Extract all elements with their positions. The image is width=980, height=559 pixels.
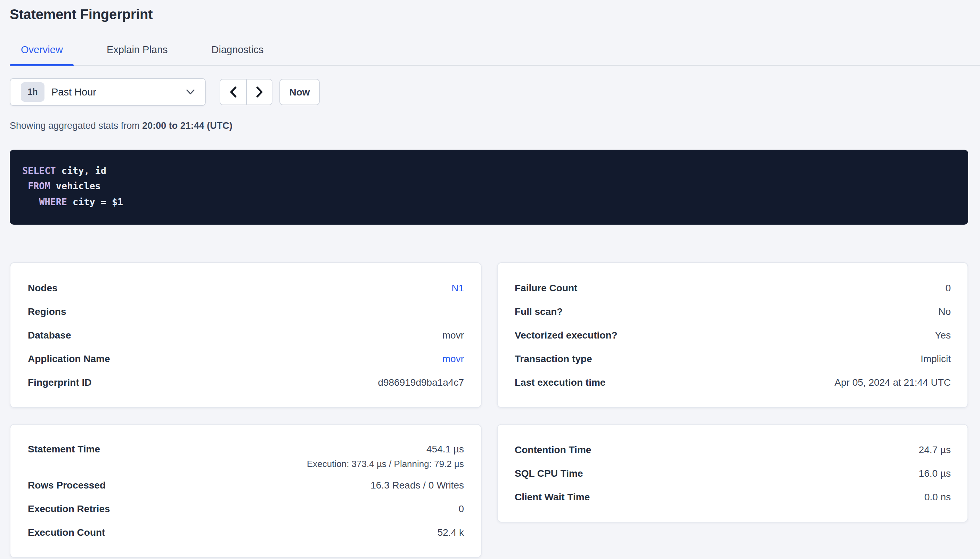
sql-text: city = $1 — [67, 197, 123, 207]
row-statement-time-subvalue: Execution: 373.4 µs / Planning: 79.2 µs — [307, 459, 464, 469]
row-execution-count: Execution Count 52.4 k — [28, 521, 464, 544]
stats-card-right: Contention Time 24.7 µs SQL CPU Time 16.… — [497, 424, 968, 523]
page-title: Statement Fingerprint — [10, 6, 968, 23]
row-full-scan-label: Full scan? — [515, 306, 563, 318]
row-vectorized-execution-label: Vectorized execution? — [515, 329, 617, 341]
row-vectorized-execution-value: Yes — [935, 329, 951, 341]
row-failure-count: Failure Count 0 — [515, 276, 951, 299]
row-fingerprint-id: Fingerprint ID d986919d9ba1a4c7 — [28, 370, 464, 394]
row-transaction-type-label: Transaction type — [515, 353, 592, 365]
overview-card-left: Nodes N1 Regions Database movr Applicati… — [10, 262, 481, 408]
row-contention-time-label: Contention Time — [515, 444, 591, 456]
row-full-scan: Full scan? No — [515, 299, 951, 323]
row-database: Database movr — [28, 323, 464, 347]
row-last-execution-time-value: Apr 05, 2024 at 21:44 UTC — [834, 376, 951, 388]
statement-fingerprint-page: Statement Fingerprint Overview Explain P… — [0, 6, 980, 559]
tab-explain-plans[interactable]: Explain Plans — [96, 44, 179, 65]
row-contention-time: Contention Time 24.7 µs — [515, 438, 951, 461]
chevron-down-icon — [186, 89, 195, 95]
row-execution-count-label: Execution Count — [28, 526, 105, 538]
row-last-execution-time: Last execution time Apr 05, 2024 at 21:4… — [515, 370, 951, 394]
nodes-link[interactable]: N1 — [451, 282, 464, 294]
time-range-select[interactable]: 1h Past Hour — [10, 78, 206, 106]
row-regions: Regions — [28, 299, 464, 323]
row-rows-processed-label: Rows Processed — [28, 479, 106, 491]
sql-indent — [22, 181, 28, 192]
row-client-wait-time: Client Wait Time 0.0 ns — [515, 485, 951, 509]
row-sql-cpu-time-value: 16.0 µs — [919, 467, 951, 479]
row-transaction-type-value: Implicit — [920, 353, 951, 365]
row-fingerprint-id-value: d986919d9ba1a4c7 — [378, 376, 464, 388]
row-execution-retries: Execution Retries 0 — [28, 497, 464, 521]
row-contention-time-value: 24.7 µs — [919, 444, 951, 456]
sql-line: SELECT city, id — [22, 164, 954, 179]
row-execution-retries-label: Execution Retries — [28, 503, 110, 514]
time-pager — [220, 79, 272, 105]
sql-statement-box: SELECT city, id FROM vehicles WHERE city… — [10, 150, 968, 225]
row-statement-time-value: 454.1 µs — [426, 443, 464, 455]
row-last-execution-time-label: Last execution time — [515, 376, 605, 388]
tab-overview-label: Overview — [21, 44, 63, 55]
time-range-value: Past Hour — [51, 86, 186, 98]
time-range-badge: 1h — [21, 82, 45, 102]
row-failure-count-value: 0 — [945, 282, 951, 294]
row-application-name: Application Name movr — [28, 347, 464, 370]
row-sql-cpu-time-label: SQL CPU Time — [515, 467, 583, 479]
aggregated-stats-range: 20:00 to 21:44 (UTC) — [142, 121, 232, 131]
aggregated-stats-text: Showing aggregated stats from 20:00 to 2… — [10, 121, 968, 132]
chevron-right-icon — [255, 86, 263, 98]
row-vectorized-execution: Vectorized execution? Yes — [515, 323, 951, 347]
statement-time-values: 454.1 µs Execution: 373.4 µs / Planning:… — [307, 443, 464, 469]
row-execution-count-value: 52.4 k — [438, 526, 464, 538]
row-transaction-type: Transaction type Implicit — [515, 347, 951, 370]
row-sql-cpu-time: SQL CPU Time 16.0 µs — [515, 461, 951, 485]
sql-line: WHERE city = $1 — [22, 195, 954, 210]
row-client-wait-time-label: Client Wait Time — [515, 491, 590, 503]
row-nodes: Nodes N1 — [28, 276, 464, 299]
time-next-button[interactable] — [246, 79, 272, 104]
row-rows-processed-value: 16.3 Reads / 0 Writes — [370, 479, 464, 491]
row-nodes-label: Nodes — [28, 282, 58, 294]
row-database-value: movr — [443, 329, 464, 341]
row-database-label: Database — [28, 329, 71, 341]
sql-keyword: SELECT — [22, 165, 56, 176]
detail-cards: Nodes N1 Regions Database movr Applicati… — [10, 262, 968, 558]
now-button[interactable]: Now — [279, 79, 320, 105]
row-execution-retries-value: 0 — [458, 503, 464, 514]
row-full-scan-value: No — [938, 306, 951, 318]
sql-keyword: FROM — [28, 181, 50, 192]
sql-text: city, id — [56, 165, 106, 176]
tab-explain-plans-label: Explain Plans — [107, 44, 168, 55]
tab-diagnostics-label: Diagnostics — [212, 44, 264, 55]
sql-line: FROM vehicles — [22, 179, 954, 195]
row-regions-label: Regions — [28, 306, 66, 318]
aggregated-stats-prefix: Showing aggregated stats from — [10, 121, 142, 131]
row-statement-time-label: Statement Time — [28, 443, 100, 455]
time-prev-button[interactable] — [221, 79, 246, 104]
tab-bar: Overview Explain Plans Diagnostics — [10, 44, 980, 66]
sql-text: vehicles — [50, 181, 101, 192]
row-failure-count-label: Failure Count — [515, 282, 577, 294]
tab-diagnostics[interactable]: Diagnostics — [201, 44, 275, 65]
application-name-link[interactable]: movr — [443, 353, 464, 365]
time-toolbar: 1h Past Hour Now — [10, 78, 968, 106]
row-statement-time: Statement Time 454.1 µs Execution: 373.4… — [28, 438, 464, 473]
tab-overview[interactable]: Overview — [10, 44, 74, 65]
row-rows-processed: Rows Processed 16.3 Reads / 0 Writes — [28, 473, 464, 497]
chevron-left-icon — [229, 86, 237, 98]
stats-card-left: Statement Time 454.1 µs Execution: 373.4… — [10, 424, 481, 558]
row-client-wait-time-value: 0.0 ns — [924, 491, 951, 503]
sql-keyword: WHERE — [39, 197, 67, 207]
row-application-name-label: Application Name — [28, 353, 110, 365]
sql-indent — [22, 197, 39, 207]
overview-card-right: Failure Count 0 Full scan? No Vectorized… — [497, 262, 968, 408]
row-fingerprint-id-label: Fingerprint ID — [28, 376, 92, 388]
